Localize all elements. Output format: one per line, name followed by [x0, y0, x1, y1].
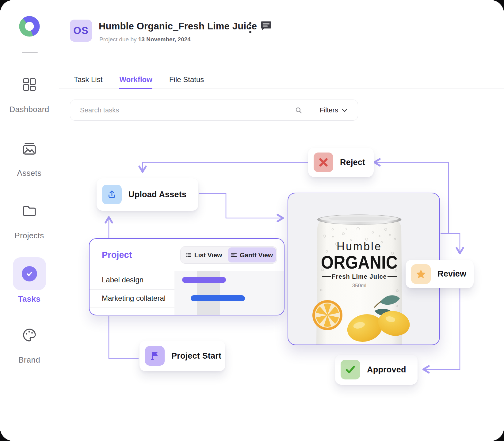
sidebar-item-label: Brand — [18, 355, 40, 365]
sidebar-item-label: Projects — [14, 231, 44, 240]
project-card-title: Project — [102, 250, 132, 260]
more-options-button[interactable] — [247, 21, 253, 34]
sidebar-item-tasks[interactable]: Tasks — [0, 257, 59, 304]
sidebar-item-projects[interactable]: Projects — [0, 203, 59, 240]
workflow-node-approved[interactable]: Approved — [335, 355, 418, 385]
gantt-bar-label-design[interactable] — [182, 277, 226, 283]
reject-x-icon — [314, 153, 333, 172]
sidebar-divider — [22, 52, 38, 53]
node-label: Review — [437, 269, 466, 279]
view-toggle: List View Gantt View — [180, 246, 277, 264]
connector-upload-to-product — [199, 194, 283, 218]
tab-workflow[interactable]: Workflow — [119, 73, 152, 89]
project-due-date: Project due by 13 November, 2024 — [99, 36, 191, 43]
sidebar-item-label: Dashboard — [10, 105, 49, 114]
gantt-task-label: Label design — [102, 276, 143, 284]
page-title: Humble Organic_Fresh Lime Juice — [99, 21, 257, 32]
tab-file-status[interactable]: File Status — [169, 73, 204, 89]
row-divider — [90, 307, 174, 308]
dashboard-grid-icon — [22, 77, 37, 92]
node-label: Approved — [367, 365, 406, 375]
connector-reject-to-upload — [143, 162, 308, 172]
list-view-button[interactable]: List View — [181, 247, 227, 263]
gantt-view-button[interactable]: Gantt View — [228, 247, 276, 262]
connector-project-to-start — [109, 316, 139, 358]
gantt-task-label: Marketing collateral — [102, 294, 166, 303]
sidebar-item-label: Tasks — [18, 294, 40, 304]
search-input[interactable] — [80, 106, 295, 114]
check-icon — [341, 360, 360, 379]
workflow-node-reject[interactable]: Reject — [308, 148, 374, 177]
node-label: Project Start — [171, 351, 221, 361]
upload-icon — [102, 185, 122, 204]
connector-product-to-review — [441, 233, 460, 253]
search-icon — [295, 107, 302, 114]
brand-palette-icon — [22, 328, 37, 342]
sidebar-item-assets[interactable]: Assets — [0, 141, 59, 178]
can-subtitle: Fresh Lime Juice — [332, 273, 387, 280]
tasks-active-pill — [13, 257, 46, 290]
can-brand-line2: ORGANIC — [321, 252, 398, 273]
sidebar-item-label: Assets — [17, 168, 42, 178]
gantt-view-icon — [231, 252, 237, 258]
donut-logo-icon — [19, 16, 40, 37]
workflow-node-project-start[interactable]: Project Start — [139, 341, 225, 371]
filters-button[interactable]: Filters — [309, 100, 358, 120]
comments-button[interactable] — [261, 21, 272, 32]
row-divider — [90, 289, 174, 290]
sidebar-item-dashboard[interactable]: Dashboard — [0, 77, 59, 114]
project-gantt-card: Project List View Gantt View Label desig… — [89, 238, 284, 315]
gantt-bar-marketing-collateral[interactable] — [191, 295, 245, 301]
star-icon — [411, 264, 431, 284]
sidebar: Dashboard Assets Projects — [0, 0, 59, 441]
row-divider — [90, 271, 174, 271]
app-window: Dashboard Assets Projects — [0, 0, 504, 441]
sidebar-item-brand[interactable]: Brand — [0, 328, 59, 365]
tasks-check-icon — [22, 266, 37, 281]
filters-label: Filters — [320, 106, 338, 114]
tab-bar: Task List Workflow File Status — [59, 73, 504, 89]
app-logo[interactable] — [0, 16, 59, 37]
flag-icon — [145, 346, 165, 366]
workflow-node-review[interactable]: Review — [406, 260, 474, 288]
node-label: Upload Assets — [128, 190, 186, 199]
comment-icon — [261, 21, 272, 31]
project-avatar: OS — [70, 20, 92, 42]
chevron-down-icon — [342, 108, 347, 112]
workflow-node-upload-assets[interactable]: Upload Assets — [97, 178, 198, 211]
list-view-icon — [186, 252, 192, 258]
assets-image-icon — [22, 141, 37, 156]
tab-task-list[interactable]: Task List — [74, 73, 102, 89]
node-label: Reject — [340, 158, 365, 167]
search-box — [70, 100, 309, 120]
can-volume: 350ml — [352, 283, 366, 288]
can-brand-line1: Humble — [337, 240, 382, 253]
projects-folder-icon — [22, 203, 37, 218]
task-toolbar: Filters — [70, 100, 358, 121]
